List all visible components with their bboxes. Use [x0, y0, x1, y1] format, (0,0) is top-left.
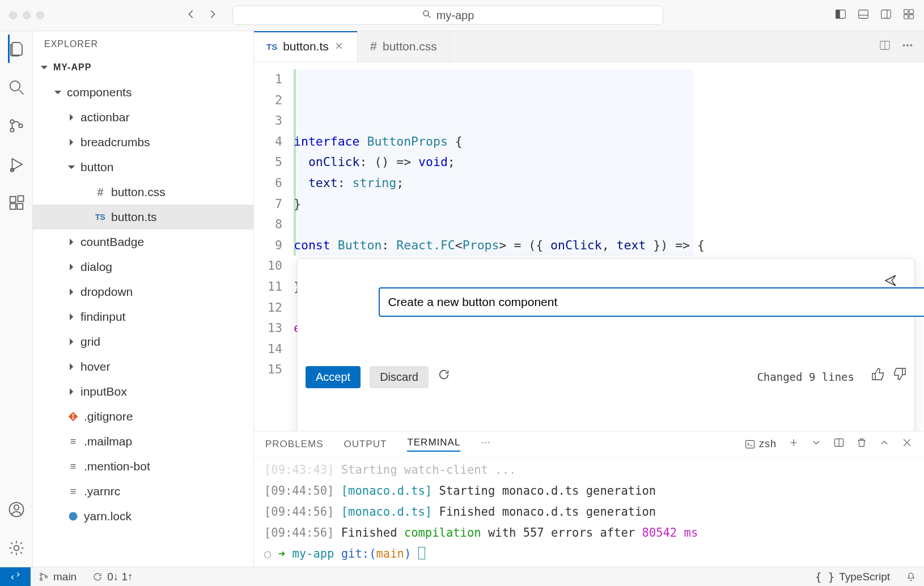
split-editor-icon[interactable]: [879, 39, 891, 54]
chevron-right-icon: [67, 138, 76, 146]
editor-tab[interactable]: #button.css: [358, 31, 450, 62]
file-tree: MY-APP componentsactionbarbreadcrumbsbut…: [33, 55, 253, 567]
remote-indicator[interactable]: [0, 567, 31, 586]
svg-point-13: [10, 128, 14, 131]
editor-tab[interactable]: TSbutton.ts: [254, 31, 358, 62]
svg-point-29: [903, 44, 905, 46]
minimize-window-dot[interactable]: [23, 11, 31, 19]
activity-accounts[interactable]: [8, 499, 25, 520]
thumbs-down-icon[interactable]: [893, 367, 906, 388]
svg-rect-3: [859, 10, 868, 19]
chevron-down-icon: [67, 163, 76, 171]
svg-rect-7: [904, 10, 908, 14]
terminal-output[interactable]: [09:43:43] Starting watch-client ... [09…: [254, 457, 924, 567]
tree-folder[interactable]: dropdown: [33, 279, 253, 304]
tree-file[interactable]: ≡.mention-bot: [33, 454, 253, 479]
tree-file[interactable]: #button.css: [33, 180, 253, 205]
svg-rect-2: [836, 10, 840, 19]
tree-file[interactable]: ≡.yarnrc: [33, 479, 253, 504]
branch-status[interactable]: main: [31, 571, 84, 583]
activity-run-debug[interactable]: [8, 154, 25, 175]
inline-chat-input[interactable]: [379, 287, 924, 317]
svg-point-38: [40, 573, 43, 575]
close-window-dot[interactable]: [9, 11, 17, 19]
svg-rect-35: [745, 440, 754, 448]
file-icon: [67, 511, 79, 522]
panel-tab-output[interactable]: OUTPUT: [344, 439, 387, 450]
activity-source-control[interactable]: [8, 115, 25, 137]
code-content[interactable]: interface ButtonProps { onClick: () => v…: [294, 62, 924, 431]
line-gutter: 123456789101112131415: [254, 62, 294, 431]
tree-folder[interactable]: actionbar: [33, 105, 253, 130]
svg-point-26: [69, 512, 78, 521]
svg-point-14: [19, 124, 22, 128]
svg-point-11: [10, 81, 20, 91]
tree-file[interactable]: .gitignore: [33, 404, 253, 429]
svg-point-34: [488, 442, 489, 443]
tree-folder[interactable]: grid: [33, 329, 253, 354]
svg-point-0: [423, 11, 429, 16]
tree-root[interactable]: MY-APP: [33, 55, 253, 80]
panel-tab-terminal[interactable]: TERMINAL: [407, 437, 460, 452]
layout-customize-icon[interactable]: [902, 8, 915, 23]
send-icon[interactable]: [884, 273, 897, 294]
maximize-panel-icon[interactable]: [879, 437, 890, 451]
tree-folder[interactable]: dialog: [33, 254, 253, 279]
code-editor[interactable]: 123456789101112131415 interface ButtonPr…: [254, 62, 924, 431]
editor-tabs: TSbutton.ts#button.css: [254, 31, 924, 62]
sync-status[interactable]: 0↓ 1↑: [84, 571, 141, 583]
toggle-panel-icon[interactable]: [857, 8, 870, 23]
panel-tabs: PROBLEMS OUTPUT TERMINAL zsh: [254, 431, 924, 457]
search-text: my-app: [436, 9, 474, 22]
kill-terminal-icon[interactable]: [856, 437, 867, 451]
regenerate-icon[interactable]: [438, 367, 450, 388]
terminal-profile[interactable]: zsh: [744, 438, 777, 450]
tree-file[interactable]: yarn.lock: [33, 504, 253, 529]
svg-point-33: [485, 442, 486, 443]
new-terminal-icon[interactable]: [788, 437, 799, 451]
panel-more-icon[interactable]: [481, 438, 491, 451]
toggle-sidebar-right-icon[interactable]: [880, 8, 892, 23]
tree-file[interactable]: ≡.mailmap: [33, 429, 253, 454]
nav-forward-icon[interactable]: [206, 8, 219, 23]
close-panel-icon[interactable]: [901, 437, 913, 451]
tree-folder[interactable]: inputBox: [33, 379, 253, 404]
tree-folder[interactable]: countBadge: [33, 230, 253, 254]
activity-extensions[interactable]: [8, 192, 25, 214]
tree-folder[interactable]: hover: [33, 354, 253, 379]
thumbs-up-icon[interactable]: [871, 367, 885, 388]
svg-rect-19: [18, 196, 23, 202]
chevron-right-icon: [67, 363, 76, 371]
activity-explorer[interactable]: [8, 38, 25, 60]
more-actions-icon[interactable]: [901, 39, 914, 54]
tree-folder[interactable]: button: [33, 155, 253, 180]
discard-button[interactable]: Discard: [370, 366, 429, 388]
close-tab-icon[interactable]: [334, 40, 345, 53]
toggle-sidebar-left-icon[interactable]: [834, 8, 847, 23]
tree-folder[interactable]: findinput: [33, 304, 253, 329]
notifications-icon[interactable]: [898, 571, 924, 583]
split-terminal-icon[interactable]: [833, 437, 845, 451]
language-mode[interactable]: { } TypeScript: [807, 571, 898, 583]
panel-tab-problems[interactable]: PROBLEMS: [265, 439, 323, 450]
activity-settings[interactable]: [8, 537, 25, 559]
window-controls: [9, 11, 44, 19]
chevron-right-icon: [67, 388, 76, 396]
terminal-dropdown-icon[interactable]: [811, 437, 822, 451]
explorer-sidebar: EXPLORER MY-APP componentsactionbarbread…: [33, 31, 254, 567]
accept-button[interactable]: Accept: [306, 366, 361, 388]
file-icon: #: [94, 186, 107, 199]
chevron-right-icon: [67, 338, 76, 346]
tree-folder[interactable]: breadcrumbs: [33, 130, 253, 155]
chevron-right-icon: [67, 288, 76, 296]
tree-file[interactable]: TSbutton.ts: [33, 205, 253, 230]
file-icon: ≡: [67, 461, 79, 473]
maximize-window-dot[interactable]: [36, 11, 44, 19]
tree-folder[interactable]: components: [33, 80, 253, 105]
bottom-panel: PROBLEMS OUTPUT TERMINAL zsh [: [254, 431, 924, 567]
command-center[interactable]: my-app: [232, 6, 663, 25]
nav-back-icon[interactable]: [185, 8, 197, 23]
status-bar: main 0↓ 1↑ { } TypeScript: [0, 567, 924, 586]
svg-point-32: [482, 442, 484, 443]
activity-search[interactable]: [8, 77, 25, 98]
